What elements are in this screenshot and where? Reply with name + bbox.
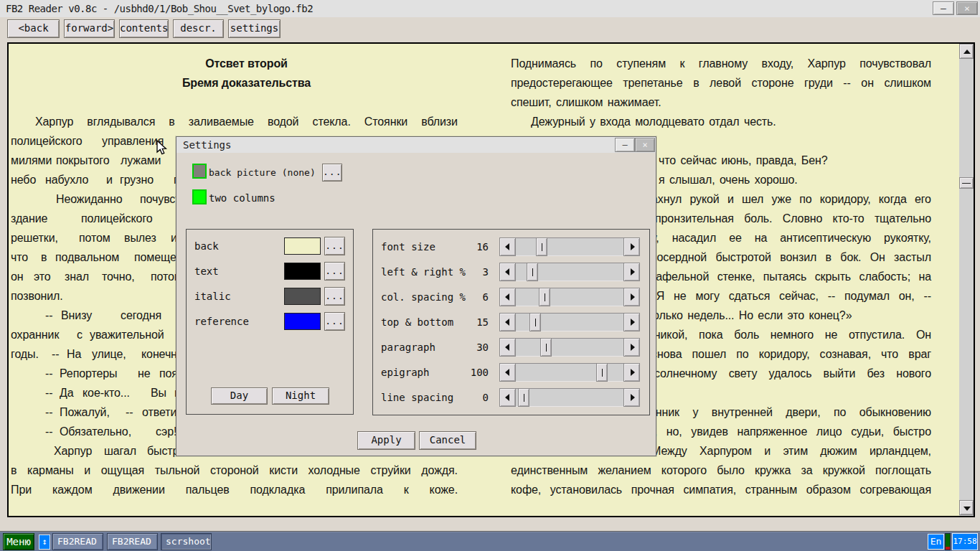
slider-thumb-epigraph[interactable]: [596, 363, 608, 382]
task-button-FB2READ-1[interactable]: FB2READ: [107, 533, 158, 550]
status-indicator-red: [946, 547, 950, 550]
toolbar-button-descr[interactable]: descr.: [173, 19, 224, 38]
task-button-scrshoot-2[interactable]: scrshoot: [161, 533, 212, 550]
slider-right-button-epigraph[interactable]: [623, 363, 640, 382]
book-line-right-1: предостерегающеетрепетаньевлевойсторонег…: [511, 73, 931, 93]
left-arrow-icon: [505, 394, 509, 401]
toolbar-button-settings[interactable]: settings: [228, 19, 281, 38]
book-line-right-19: е,но,увидевнапряженноелицосудьи,быстро: [648, 422, 931, 441]
book-line-right-7: ахнулрукойишелужепокоридору,когдаего: [651, 189, 931, 209]
up-arrow-icon: [963, 50, 971, 54]
slider-left-button-font-size[interactable]: [499, 237, 516, 256]
mouse-cursor-icon: [156, 140, 168, 156]
day-button[interactable]: Day: [211, 387, 268, 405]
slider-trough-col-spacing[interactable]: [516, 288, 623, 306]
window-minimize-button[interactable]: –: [933, 1, 954, 15]
slider-left-button-top-bottom[interactable]: [499, 313, 516, 331]
slider-label-line-spacing: line spacing: [381, 392, 453, 403]
thumb-grip: [602, 369, 603, 377]
color-browse-button-reference[interactable]: ...: [324, 312, 345, 331]
down-arrow-icon: [963, 507, 971, 511]
slider-trough-font-size[interactable]: [516, 237, 623, 256]
slider-left-button-col-spacing[interactable]: [499, 288, 516, 306]
apply-button[interactable]: Apply: [357, 431, 415, 450]
color-swatch-reference: [284, 313, 321, 330]
left-arrow-icon: [505, 369, 509, 376]
book-line-right-2: спешит, слишком нажимает.: [511, 93, 661, 112]
book-line-right-6: я слышал, очень хорошо.: [659, 170, 798, 189]
left-arrow-icon: [505, 268, 509, 276]
slider-left-button-left-right[interactable]: [499, 263, 516, 281]
slider-trough-line-spacing[interactable]: [516, 388, 623, 407]
right-arrow-icon: [631, 369, 635, 376]
book-line-right-3: Дежурный у входа молодцевато отдал честь…: [531, 112, 776, 131]
back-picture-checkbox[interactable]: [192, 164, 207, 179]
slider-right-button-font-size[interactable]: [623, 237, 640, 256]
cancel-button[interactable]: Cancel: [419, 431, 476, 450]
slider-label-top-bottom: top & bottom: [381, 316, 453, 328]
slider-left-button-epigraph[interactable]: [499, 363, 516, 382]
right-arrow-icon: [631, 319, 635, 326]
toolbar-button-contents[interactable]: contents: [119, 19, 169, 38]
right-arrow-icon: [631, 243, 635, 250]
slider-left-button-line-spacing[interactable]: [499, 388, 516, 407]
slider-right-button-line-spacing[interactable]: [623, 388, 640, 407]
back-picture-browse-button[interactable]: ...: [322, 164, 342, 182]
slider-thumb-paragraph[interactable]: [540, 338, 552, 357]
color-swatch-text: [284, 263, 321, 280]
scrollbar-up-button[interactable]: [959, 44, 974, 59]
book-line-right-22: кофе,установиласьпрочнаясимпатия,странны…: [511, 480, 931, 499]
night-button[interactable]: Night: [272, 387, 329, 405]
window-switcher-button[interactable]: ↕: [39, 534, 50, 550]
slider-value-paragraph: 30: [449, 342, 489, 353]
right-arrow-icon: [631, 344, 635, 351]
slider-thumb-col-spacing[interactable]: [539, 288, 550, 306]
slider-right-button-paragraph[interactable]: [623, 338, 640, 357]
thumb-grip: [545, 293, 545, 301]
slider-thumb-line-spacing[interactable]: [518, 388, 529, 407]
book-line-right-13: колько недель... Но если это конец?»: [648, 306, 852, 325]
scrollbar-trough[interactable]: [959, 44, 974, 516]
color-browse-button-italic[interactable]: ...: [324, 287, 345, 306]
slider-trough-paragraph[interactable]: [516, 338, 623, 357]
book-line-right-11: кафельнойстенке,пытаясьскрытьслабость;на: [651, 267, 931, 286]
slider-value-top-bottom: 15: [449, 316, 489, 328]
color-browse-button-back[interactable]: ...: [324, 237, 345, 255]
language-indicator[interactable]: En: [928, 534, 944, 550]
slider-right-button-top-bottom[interactable]: [623, 313, 640, 331]
slider-right-button-left-right[interactable]: [623, 263, 640, 281]
book-line-right-8: пронзительнаяболь.Словнокто-тотщательно: [655, 209, 931, 228]
color-label-text: text: [194, 265, 219, 277]
book-line-left-3: Харпурвглядывалсявзаливаемыеводойстекла.…: [35, 112, 458, 131]
dialog-close-button[interactable]: ×: [635, 138, 655, 152]
toolbar-button-forward[interactable]: forward>: [64, 19, 115, 38]
toolbar-button-back[interactable]: <back: [7, 19, 60, 38]
window-close-button[interactable]: ×: [956, 1, 978, 15]
color-label-italic: italic: [194, 291, 231, 302]
slider-left-button-paragraph[interactable]: [499, 338, 516, 357]
window-titlebar: FB2 Reader v0.8c - /usbhd0/1/Bob_Shou__S…: [0, 0, 980, 17]
book-line-left-0: Отсвет второй: [35, 54, 458, 73]
slider-right-button-col-spacing[interactable]: [623, 288, 640, 306]
two-columns-checkbox[interactable]: [192, 189, 207, 204]
task-button-FB2READ-0[interactable]: FB2READ: [52, 533, 103, 550]
left-arrow-icon: [505, 319, 509, 326]
clock[interactable]: 17:58: [952, 533, 978, 550]
scrollbar-down-button[interactable]: [959, 500, 974, 515]
back-picture-label: back picture (none): [209, 167, 316, 178]
slider-thumb-top-bottom[interactable]: [529, 313, 541, 331]
thumb-grip: [962, 183, 971, 184]
two-columns-label: two columns: [209, 192, 275, 204]
book-line-right-0: Поднимаясьпоступенямкглавномувходу,Харпу…: [511, 54, 931, 73]
slider-value-font-size: 16: [449, 241, 489, 253]
menu-button[interactable]: Меню: [3, 533, 34, 550]
slider-value-epigraph: 100: [449, 367, 489, 378]
dialog-titlebar[interactable]: Settings – ×: [176, 137, 656, 153]
slider-thumb-font-size[interactable]: [536, 237, 547, 256]
slider-thumb-left-right[interactable]: [527, 263, 538, 281]
dialog-title: Settings: [183, 139, 231, 151]
scrollbar-thumb[interactable]: [959, 177, 974, 189]
dialog-minimize-button[interactable]: –: [615, 138, 635, 152]
color-browse-button-text[interactable]: ...: [324, 262, 345, 281]
book-line-right-18: анникувнутреннейдвери,пообыкновению: [649, 402, 931, 422]
